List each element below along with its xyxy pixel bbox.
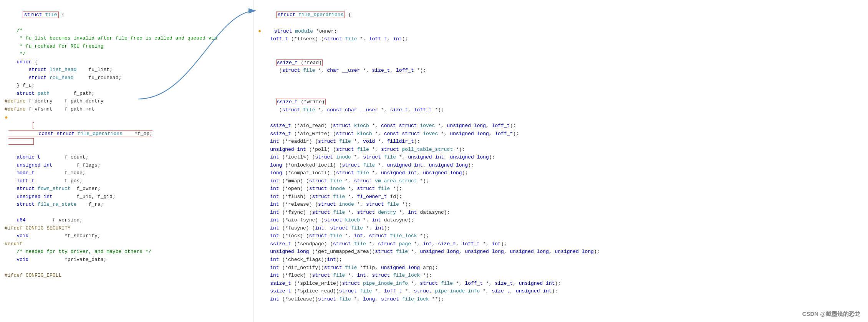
code-line-r17: int (*fsync) (struct file *, struct dent… — [258, 209, 863, 217]
code-line-r6: ssize_t (*aio_read) (struct kiocb *, con… — [258, 122, 863, 130]
code-line-r26: ssize_t (*splice_write)(struct pipe_inod… — [258, 280, 863, 288]
code-line-r4-read: ssize_t (*read) (struct file *, char __u… — [258, 43, 863, 83]
code-line-r18: int (*aio_fsync) (struct kiocb *, int da… — [258, 216, 863, 225]
code-line-24: void *f_security; — [5, 232, 248, 240]
code-line-r27: ssize_t (*splice_read)(struct file *, lo… — [258, 287, 863, 296]
code-line-r21: ssize_t (*sendpage) (struct file *, stru… — [258, 240, 863, 248]
code-line-6: union { — [5, 58, 248, 66]
code-line-19: unsigned int f_uid, f_gid; — [5, 193, 248, 201]
code-line-12: #define f_vfsmnt f_path.mnt — [5, 106, 248, 114]
code-line-3: * fu_list becomes invalid after file_fre… — [5, 35, 248, 43]
watermark: CSDN @戴墨镜的恐龙 — [802, 309, 860, 318]
code-line-26: /* needed for tty driver, and maybe othe… — [5, 248, 248, 256]
code-line-struct-file: struct file { — [5, 3, 248, 27]
code-line-7: struct list_head fu_list; — [5, 66, 248, 74]
code-line-27: void *private_data; — [5, 256, 248, 264]
code-line-r10: int (*ioctl✎) (struct inode *, struct fi… — [258, 154, 863, 162]
code-line-15: unsigned int f_flags; — [5, 162, 248, 170]
code-line-23: #ifdef CONFIG_SECURITY — [5, 225, 248, 233]
bullet-icon: ● — [5, 113, 8, 122]
code-line-28 — [5, 264, 248, 272]
struct-file-operations-box: struct file_operations — [276, 12, 345, 18]
code-line-4: * fu_rcuhead for RCU freeing — [5, 43, 248, 51]
bullet-icon-r2: ● — [258, 27, 261, 35]
code-line-r13: int (*mmap) (struct file *, struct vm_ar… — [258, 177, 863, 185]
code-line-r5-write: ssize_t (*write) (struct file *, const c… — [258, 83, 863, 122]
struct-file-box: struct file — [23, 12, 59, 18]
code-line-21 — [5, 209, 248, 217]
code-line-16: mode_t f_mode; — [5, 169, 248, 177]
code-line-r8: int (*readdir) (struct file *, void *, f… — [258, 138, 863, 146]
code-line-r15: int (*flush) (struct file *, fl_owner_t … — [258, 193, 863, 201]
code-line-fop: ● const struct file_operations *f_op; — [5, 113, 248, 154]
code-line-18: struct fown_struct f_owner; — [5, 185, 248, 193]
page-container: struct file { /* * fu_list becomes inval… — [0, 0, 868, 322]
code-line-5: */ — [5, 50, 248, 58]
right-panel: struct file_operations { ● struct module… — [253, 0, 868, 322]
code-line-r7: ssize_t (*aio_write) (struct kiocb *, co… — [258, 130, 863, 138]
code-line-r16: int (*release) (struct inode *, struct f… — [258, 201, 863, 209]
code-line-20: struct file_ra_state f_ra; — [5, 201, 248, 209]
fop-box: const struct file_operations *f_op; — [8, 122, 152, 145]
code-line-2: /* — [5, 27, 248, 35]
write-highlight-box: ssize_t (*write) — [276, 99, 326, 105]
code-line-r28: int (*setlease)(struct file *, long, str… — [258, 296, 863, 304]
code-line-r3: loff_t (*llseek) (struct file *, loff_t,… — [258, 35, 863, 43]
code-line-22: u64 f_version; — [5, 216, 248, 225]
code-line-r9: unsigned int (*poll) (struct file *, str… — [258, 146, 863, 154]
code-line-r2: ● struct module *owner; — [258, 27, 863, 36]
code-line-11: #define f_dentry f_path.dentry — [5, 97, 248, 106]
code-line-r25: int (*flock) (struct file *, int, struct… — [258, 272, 863, 280]
code-line-8: struct rcu_head fu_rcuhead; — [5, 74, 248, 82]
code-line-r20: int (*lock) (struct file *, int, struct … — [258, 232, 863, 240]
left-panel: struct file { /* * fu_list becomes inval… — [0, 0, 253, 322]
code-line-29: #ifdef CONFIG_EPOLL — [5, 272, 248, 280]
code-line-9: } f_u; — [5, 82, 248, 90]
code-line-17: loff_t f_pos; — [5, 177, 248, 185]
read-highlight-box: ssize_t (*read) — [276, 59, 323, 66]
code-line-r22: unsigned long (*get_unmapped_area)(struc… — [258, 248, 863, 256]
code-line-r12: long (*compat_ioctl) (struct file *, uns… — [258, 169, 863, 177]
code-line-r1: struct file_operations { — [258, 3, 863, 27]
code-line-14: atomic_t f_count; — [5, 154, 248, 162]
code-line-r11: long (*unlocked_ioctl) (struct file *, u… — [258, 162, 863, 170]
code-line-10: struct path f_path; — [5, 90, 248, 98]
code-line-r24: int (*dir_notify)(struct file *filp, uns… — [258, 264, 863, 272]
code-line-25: #endif — [5, 240, 248, 248]
code-line-r23: int (*check_flags)(int); — [258, 256, 863, 264]
code-line-r14: int (*open) (struct inode *, struct file… — [258, 185, 863, 193]
code-line-r19: int (*fasync) (int, struct file *, int); — [258, 225, 863, 233]
